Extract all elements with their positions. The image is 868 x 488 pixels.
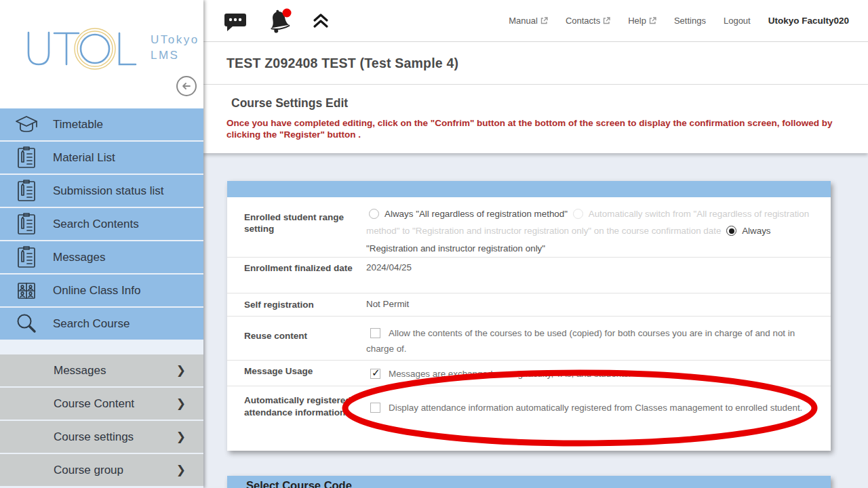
sidebar-item-label: Submission status list [53,184,163,198]
sidebar-item-label: Search Contents [53,218,139,231]
course-title: TEST Z092408 TEST (Test Sample 4) [226,56,458,71]
sidebar-item-timetable[interactable]: Timetable [0,108,203,140]
radio-automatically-switch [573,209,583,219]
section-title: Select Course Code [246,479,352,488]
collapse-up-icon[interactable] [312,12,330,30]
section-header: Course Settings Edit Once you have compl… [203,85,868,153]
checkbox-reuse-content[interactable] [370,328,380,338]
link-manual[interactable]: Manual [509,16,548,26]
sidebar-subitem-course-settings[interactable]: Course settings ❯ [0,421,203,453]
row-enrollment-finalized-date: Enrollment finalized date 2024/04/25 [227,258,831,293]
sidebar-item-label: Material List [53,151,115,165]
select-course-code-section: Select Course Code [227,476,831,488]
field-label: Automatically registered attendance info… [227,386,366,451]
clipboard-icon [0,213,53,236]
sidebar-item-label: Search Course [53,317,130,331]
sidebar-item-label: Messages [53,251,105,264]
sidebar-subitem-label: Course settings [54,430,134,444]
field-value: Allow the contents of the courses to be … [366,317,831,360]
chevron-right-icon: ❯ [176,363,186,378]
clipboard-icon [0,246,53,269]
clipboard-icon [0,180,53,203]
chevron-right-icon: ❯ [176,396,186,411]
field-value: Always "All regardless of registration m… [366,197,831,257]
row-message-usage: Message Usage Messages are exchanged amo… [227,361,831,386]
username-label: Utokyo Faculty020 [768,16,849,26]
graduation-cap-icon [0,114,53,136]
link-help[interactable]: Help [628,16,656,26]
row-reuse-content: Reuse content Allow the contents of the … [227,317,831,361]
field-value: Messages are exchanged among faculty, TA… [366,361,831,386]
clipboard-icon [0,146,53,169]
sidebar-item-online-class-info[interactable]: Online Class Info [0,274,203,306]
field-label: Message Usage [227,361,366,386]
utol-logo: UTokyo LMS [24,26,199,70]
link-logout[interactable]: Logout [724,16,751,26]
field-value: Not Permit [366,293,831,316]
sidebar-subitem-course-group[interactable]: Course group ❯ [0,454,203,486]
checkbox-message-usage[interactable] [370,369,380,379]
row-self-registration: Self registration Not Permit [227,293,831,317]
row-enrolled-student-range: Enrolled student range setting Always "A… [227,197,831,258]
course-title-bar: TEST Z092408 TEST (Test Sample 4) [203,42,868,85]
people-grid-icon [0,280,53,302]
section-header-bar: Select Course Code [227,476,831,488]
sidebar-item-search-contents[interactable]: Search Contents [0,208,203,240]
field-label: Enrolled student range setting [227,197,366,257]
top-bar: Manual Contacts Help Settings Logout Uto… [203,0,868,42]
sidebar-divider [0,341,203,354]
chevron-right-icon: ❯ [176,463,186,477]
field-label: Enrollment finalized date [227,258,366,293]
logo-subtitle: UTokyo LMS [151,33,199,64]
logo-area: UTokyo LMS [0,0,203,108]
checkbox-attendance-display[interactable] [370,403,380,413]
field-value: 2024/04/25 [366,258,831,293]
arrow-left-icon [181,81,192,92]
radio-always-registration-only[interactable] [726,226,736,236]
external-link-icon [540,17,548,24]
sidebar-subitem-label: Messages [54,364,106,378]
course-settings-form: Enrolled student range setting Always "A… [227,181,831,451]
sidebar-subitem-messages[interactable]: Messages ❯ [0,354,203,386]
sidebar-item-submission-status-list[interactable]: Submission status list [0,175,203,207]
warning-text: Once you have completed editing, click o… [203,110,868,140]
field-value: Display attendance information automatic… [366,386,831,451]
sidebar-collapse-button[interactable] [176,76,197,96]
chat-icon[interactable] [224,10,247,32]
main-area: Manual Contacts Help Settings Logout Uto… [203,0,868,488]
bell-icon[interactable] [266,8,293,34]
sidebar-item-search-course[interactable]: Search Course [0,308,203,340]
sidebar-item-messages[interactable]: Messages [0,241,203,273]
sidebar-item-label: Timetable [53,118,103,131]
sidebar-nav: Timetable Material List [0,108,203,487]
radio-always-all-regardless[interactable] [369,209,379,219]
page-title: Course Settings Edit [203,85,868,110]
sidebar-subitem-label: Course group [54,464,123,477]
sidebar-item-material-list[interactable]: Material List [0,142,203,174]
sidebar-item-label: Online Class Info [53,284,140,298]
field-label: Reuse content [227,317,366,360]
link-contacts[interactable]: Contacts [566,16,610,26]
magnifier-icon [0,312,53,336]
external-link-icon [649,17,656,24]
sidebar: UTokyo LMS Timetable [0,0,203,488]
field-label: Self registration [227,293,366,316]
notification-badge [283,8,292,17]
sidebar-subitem-course-content[interactable]: Course Content ❯ [0,388,203,420]
chevron-right-icon: ❯ [176,430,186,444]
utol-logo-icon [24,26,141,70]
sidebar-subitem-label: Course Content [54,397,134,411]
form-header-bar [227,181,831,197]
row-auto-attendance-info: Automatically registered attendance info… [227,386,831,451]
link-settings[interactable]: Settings [674,16,706,26]
external-link-icon [603,17,610,24]
